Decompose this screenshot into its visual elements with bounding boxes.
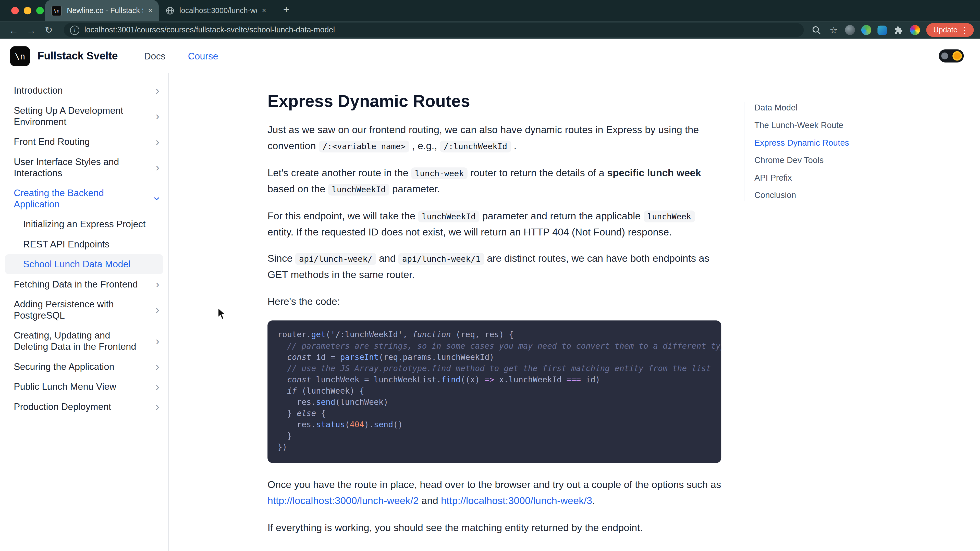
- sidebar-item[interactable]: REST API Endpoints: [0, 234, 168, 254]
- dark-mode-toggle[interactable]: [939, 49, 964, 62]
- sidebar-item[interactable]: Setting Up A Development Environment›: [0, 100, 168, 132]
- sidebar-item[interactable]: Creating, Updating and Deleting Data in …: [0, 326, 168, 357]
- code-token: find: [441, 375, 460, 384]
- inline-code: api/lunch-week/: [295, 253, 376, 265]
- text-run: parameter and return the applicable: [479, 210, 644, 221]
- minimize-window-button[interactable]: [24, 7, 31, 14]
- nav-link-docs[interactable]: Docs: [144, 51, 165, 61]
- sidebar-item-label: Creating, Updating and Deleting Data in …: [14, 330, 142, 352]
- sidebar-item[interactable]: Initializing an Express Project: [0, 214, 168, 234]
- back-button[interactable]: ←: [6, 22, 21, 38]
- nav-link-course[interactable]: Course: [188, 51, 218, 61]
- code-token: [277, 386, 287, 395]
- bookmark-star-icon[interactable]: ☆: [829, 25, 839, 35]
- browser-tab-lunchweek[interactable]: localhost:3000/lunch-week/ ×: [159, 0, 272, 21]
- extension-icon-3[interactable]: [878, 25, 887, 35]
- chevron-right-icon: ›: [156, 306, 159, 314]
- code-line: const lunchWeek = lunchWeekList.find((x)…: [277, 375, 721, 386]
- code-token: [277, 353, 287, 362]
- browser-menu-icon[interactable]: ⋮: [961, 26, 969, 34]
- toc-item[interactable]: Express Dynamic Routes: [754, 138, 980, 148]
- sidebar-item[interactable]: Creating the Backend Application›: [0, 183, 168, 214]
- globe-favicon: [165, 6, 175, 15]
- close-tab-icon[interactable]: ×: [262, 6, 266, 15]
- browser-tab-newline[interactable]: \n Newline.co - Fullstack Svelte C ×: [45, 0, 159, 21]
- toc-item[interactable]: The Lunch-Week Route: [754, 121, 980, 130]
- code-line: if (lunchWeek) {: [277, 386, 721, 397]
- code-token: {: [316, 409, 326, 418]
- text-run: Here's the code:: [267, 296, 340, 307]
- code-token: (lunchWeek) {: [297, 386, 364, 395]
- code-token: router.: [277, 330, 311, 339]
- sidebar-item[interactable]: Adding Persistence with PostgreSQL›: [0, 294, 168, 325]
- toc-item[interactable]: Data Model: [754, 103, 980, 113]
- code-line: const id = parseInt(req.params.lunchWeek…: [277, 353, 721, 364]
- forward-button[interactable]: →: [24, 22, 39, 38]
- fullscreen-window-button[interactable]: [36, 7, 44, 14]
- chevron-right-icon: ›: [156, 138, 159, 146]
- toc-item[interactable]: Chrome Dev Tools: [754, 156, 980, 165]
- text-run: , e.g.,: [409, 141, 440, 151]
- sidebar-item[interactable]: Public Lunch Menu View›: [0, 377, 168, 397]
- paragraph: Since api/lunch-week/ and api/lunch-week…: [267, 251, 721, 283]
- site-info-icon[interactable]: i: [70, 25, 80, 35]
- toc-item[interactable]: Conclusion: [754, 191, 980, 200]
- extension-icon-1[interactable]: [845, 25, 855, 35]
- code-token: get: [311, 330, 326, 339]
- reload-button[interactable]: ↻: [41, 22, 56, 38]
- toolbar-icons: ☆: [811, 25, 920, 35]
- code-line: res.send(lunchWeek): [277, 397, 721, 409]
- extension-icon-2[interactable]: [861, 25, 871, 35]
- code-token: ,: [403, 330, 412, 339]
- address-bar[interactable]: i localhost:3001/courses/courses/fullsta…: [64, 23, 804, 37]
- chevron-right-icon: ›: [156, 402, 159, 411]
- inline-code: lunch-week: [411, 167, 468, 179]
- puzzle-extensions-icon[interactable]: [893, 25, 904, 35]
- close-window-button[interactable]: [11, 7, 19, 14]
- paragraph: Let's create another route in the lunch-…: [267, 165, 721, 197]
- newline-logo[interactable]: \n: [10, 46, 30, 66]
- sidebar-item[interactable]: Introduction›: [0, 81, 168, 100]
- code-token: res.: [277, 420, 316, 429]
- code-line: // parameters are strings, so in some ca…: [277, 341, 721, 353]
- close-tab-icon[interactable]: ×: [148, 6, 152, 15]
- top-nav: Docs Course: [144, 51, 218, 61]
- toc: Data ModelThe Lunch-Week RouteExpress Dy…: [744, 73, 980, 551]
- toc-item[interactable]: API Prefix: [754, 173, 980, 183]
- code-token: const: [287, 375, 311, 384]
- link[interactable]: http://localhost:3000/lunch-week/2: [267, 495, 419, 506]
- link[interactable]: http://localhost:3000/lunch-week/3: [441, 495, 592, 506]
- text-run: .: [511, 141, 517, 151]
- text-run: If everything is working, you should see…: [267, 522, 643, 533]
- code-line: }): [277, 442, 721, 454]
- text-run: router to return the details of a: [468, 167, 607, 178]
- code-line: res.status(404).send(): [277, 420, 721, 431]
- zoom-icon[interactable]: [811, 25, 822, 35]
- code-token: lunchWeek = lunchWeekList.: [311, 375, 441, 384]
- code-line: }: [277, 431, 721, 442]
- code-token: x.lunchWeekId: [494, 375, 566, 384]
- code-token: ===: [566, 375, 581, 384]
- chevron-right-icon: ›: [156, 337, 159, 345]
- sidebar-item-label: Front End Routing: [14, 136, 90, 148]
- code-token: ).: [364, 420, 374, 429]
- text-run: parameter.: [390, 183, 440, 194]
- profile-avatar[interactable]: [910, 25, 920, 35]
- sidebar-item[interactable]: School Lunch Data Model: [5, 254, 163, 274]
- new-tab-button[interactable]: +: [279, 3, 294, 17]
- tab-title: Newline.co - Fullstack Svelte C: [67, 6, 143, 15]
- code-token: }): [277, 442, 287, 452]
- sidebar-item[interactable]: Front End Routing›: [0, 132, 168, 152]
- sidebar-item[interactable]: Fetching Data in the Frontend›: [0, 274, 168, 294]
- sidebar-item[interactable]: Production Deployment›: [0, 397, 168, 416]
- code-token: 404: [350, 420, 364, 429]
- code-token: [277, 375, 287, 384]
- code-token: const: [287, 353, 311, 362]
- sidebar-item-label: Securing the Application: [14, 361, 115, 372]
- chevron-right-icon: ›: [156, 383, 159, 391]
- update-chrome-button[interactable]: Update ⋮: [926, 23, 974, 37]
- sidebar-item[interactable]: User Interface Styles and Interactions›: [0, 152, 168, 183]
- sidebar-item[interactable]: Securing the Application›: [0, 357, 168, 376]
- code-token: parseInt: [340, 353, 379, 362]
- moon-icon: [941, 52, 948, 59]
